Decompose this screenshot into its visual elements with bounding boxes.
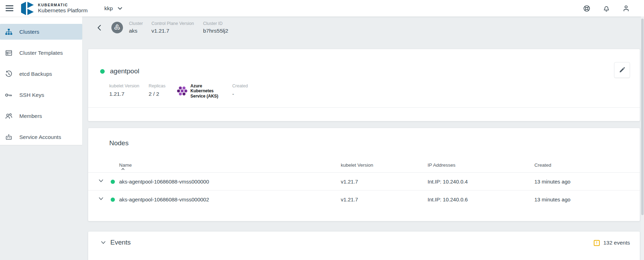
user-account-icon[interactable] (622, 5, 630, 12)
column-header-created[interactable]: Created (534, 162, 551, 168)
events-toggle[interactable]: Events (101, 239, 131, 246)
cluster-name-group: Cluster aks (129, 21, 151, 34)
kubermatic-logo-icon (20, 1, 34, 15)
sidebar-item-etcd-backups[interactable]: etcd Backups (0, 66, 82, 82)
created-metric: Created - (232, 84, 248, 99)
cluster-label: Cluster (129, 21, 151, 26)
node-name: aks-agentpool-10686088-vmss000000 (119, 173, 209, 191)
pencil-icon (619, 67, 625, 73)
node-kubelet-version: v1.21.7 (341, 191, 358, 208)
provider-name: Azure Kubernetes Service (AKS) (190, 84, 226, 99)
notifications-bell-icon[interactable] (603, 5, 610, 12)
control-plane-version-group: Control Plane Version v1.21.7 (151, 21, 203, 34)
events-count-badge: ! 132 events (594, 240, 630, 246)
sidebar-item-ssh-keys[interactable]: SSH Keys (0, 87, 82, 103)
brand-name: KUBERMATIC (38, 3, 87, 7)
node-created: 13 minutes ago (534, 191, 571, 208)
metric-label: Replicas (149, 84, 177, 88)
sidebar: Clusters Cluster Templates etcd Backups … (0, 16, 82, 145)
top-bar: KUBERMATIC Kubernetes Platform kkp (0, 0, 644, 16)
expand-chevron-down-icon[interactable] (99, 197, 103, 200)
metric-value: 1.21.7 (109, 91, 149, 97)
control-plane-version-label: Control Plane Version (151, 21, 203, 26)
node-kubelet-version: v1.21.7 (341, 173, 358, 191)
edit-machine-deployment-button[interactable] (614, 62, 630, 78)
project-selector[interactable]: kkp (104, 0, 122, 16)
cluster-id-group: Cluster ID b7hrs55lj2 (203, 21, 228, 34)
topbar-actions (583, 0, 630, 16)
nodes-table-header: Name kubelet Version IP Addresses Create… (88, 160, 640, 173)
brand-subtitle: Kubernetes Platform (38, 7, 87, 13)
cluster-templates-icon (5, 49, 13, 57)
replicas-metric: Replicas 2 / 2 (149, 84, 177, 99)
node-ip: Int.IP: 10.240.0.4 (428, 173, 468, 191)
sidebar-item-members[interactable]: Members (0, 108, 82, 124)
machine-deployment-name: agentpool (110, 67, 139, 75)
clusters-icon (5, 28, 13, 36)
scrollbar-track[interactable] (641, 16, 644, 260)
sidebar-item-label: Cluster Templates (19, 50, 63, 56)
aks-logo-icon (177, 86, 188, 96)
events-count-label: 132 events (603, 240, 630, 246)
sidebar-item-label: Service Accounts (19, 134, 61, 140)
metric-value: - (232, 91, 248, 97)
ssh-keys-icon (5, 91, 13, 99)
provider-badge: Azure Kubernetes Service (AKS) (177, 84, 232, 99)
node-status-dot (111, 198, 115, 202)
node-row[interactable]: aks-agentpool-10686088-vmss000002 v1.21.… (88, 191, 640, 208)
etcd-backups-icon (5, 70, 13, 78)
kubernetes-logo-icon: ♸ (111, 22, 123, 33)
members-icon (5, 112, 13, 120)
metric-label: kubelet Version (109, 84, 149, 88)
scrollbar-thumb[interactable] (641, 19, 644, 215)
brand: KUBERMATIC Kubernetes Platform (20, 1, 87, 15)
column-header-ip-addresses[interactable]: IP Addresses (428, 162, 455, 168)
project-name: kkp (104, 5, 113, 12)
sidebar-item-label: etcd Backups (19, 71, 52, 77)
events-card: Events ! 132 events (88, 232, 640, 260)
cluster-name-value: aks (129, 28, 151, 34)
node-status-dot (111, 180, 115, 184)
node-created: 13 minutes ago (534, 173, 571, 191)
back-button[interactable] (96, 24, 103, 31)
sidebar-item-service-accounts[interactable]: Service Accounts (0, 129, 82, 145)
sidebar-item-label: Clusters (19, 29, 39, 35)
sidebar-item-clusters[interactable]: Clusters (0, 24, 82, 40)
sidebar-item-label: Members (19, 113, 42, 119)
menu-icon[interactable] (6, 4, 14, 13)
machine-deployment-card: agentpool kubelet Version 1.21.7 Replica… (88, 49, 640, 121)
cluster-header-bar: ♸ Cluster aks Control Plane Version v1.2… (88, 16, 640, 39)
cluster-id-label: Cluster ID (203, 21, 228, 26)
metric-value: 2 / 2 (149, 91, 177, 97)
sidebar-item-cluster-templates[interactable]: Cluster Templates (0, 45, 82, 61)
nodes-card: Nodes Name kubelet Version IP Addresses … (88, 128, 640, 221)
collapse-chevron-down-icon (101, 241, 106, 244)
divider (88, 107, 640, 108)
metric-label: Created (232, 84, 248, 88)
warning-icon: ! (594, 240, 600, 246)
main-content: ♸ Cluster aks Control Plane Version v1.2… (82, 16, 644, 260)
kubelet-version-metric: kubelet Version 1.21.7 (109, 84, 149, 99)
cluster-id-value: b7hrs55lj2 (203, 28, 228, 34)
help-icon[interactable] (583, 5, 591, 12)
control-plane-version-value: v1.21.7 (151, 28, 203, 34)
nodes-title: Nodes (109, 139, 129, 147)
node-ip: Int.IP: 10.240.0.6 (428, 191, 468, 208)
status-dot (100, 69, 105, 74)
chevron-down-icon (118, 7, 122, 10)
service-accounts-icon (5, 133, 13, 141)
sidebar-item-label: SSH Keys (19, 92, 44, 98)
node-name: aks-agentpool-10686088-vmss000002 (119, 191, 209, 208)
node-row[interactable]: aks-agentpool-10686088-vmss000000 v1.21.… (88, 173, 640, 191)
sort-asc-icon (121, 168, 125, 170)
events-title: Events (110, 239, 131, 246)
column-header-kubelet-version[interactable]: kubelet Version (341, 162, 373, 168)
column-header-name[interactable]: Name (119, 162, 132, 170)
expand-chevron-down-icon[interactable] (99, 179, 103, 182)
